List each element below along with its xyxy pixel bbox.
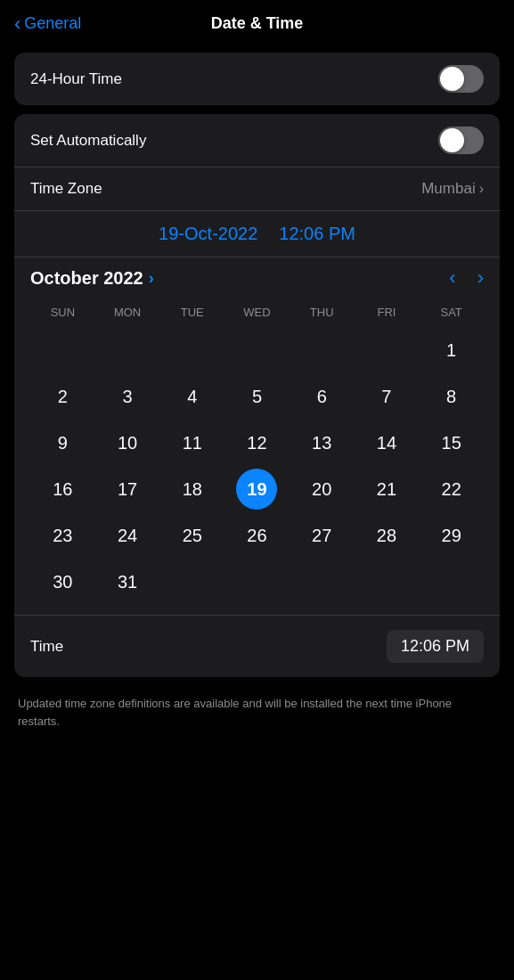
weekday-label: FRI [355,302,420,323]
calendar-day[interactable]: 21 [366,469,407,510]
calendar-day[interactable]: 3 [107,376,148,417]
time-row: Time 12:06 PM [14,615,500,677]
weekday-label: SAT [419,302,484,323]
calendar-day[interactable]: 2 [42,376,83,417]
weekday-label: SUN [30,302,95,323]
calendar-weekdays: SUNMONTUEWEDTHUFRISAT [30,302,484,323]
calendar-day[interactable]: 29 [431,515,472,556]
month-title-text: October 2022 [30,268,143,289]
calendar-day[interactable]: 5 [236,376,277,417]
calendar-day[interactable]: 19 [236,469,277,510]
back-button[interactable]: ‹ General [14,12,81,36]
weekday-label: MON [95,302,160,323]
back-label: General [24,14,81,33]
month-title[interactable]: October 2022 › [30,268,154,289]
calendar-section: October 2022 › ‹ › SUNMONTUEWEDTHUFRISAT… [14,257,500,608]
date-value[interactable]: 19-Oct-2022 [159,224,257,244]
row-24hour-time: 24-Hour Time [14,53,500,105]
time-pill-value: 12:06 PM [401,637,469,655]
toggle-set-auto[interactable] [438,127,484,154]
timezone-chevron-icon: › [479,181,484,197]
calendar-day[interactable]: 14 [366,422,407,463]
weekday-label: WED [224,302,290,323]
calendar-day[interactable]: 26 [236,515,277,556]
header: ‹ General Date & Time [0,0,514,44]
month-dropdown-icon: › [149,269,154,288]
calendar-day[interactable]: 17 [107,469,148,510]
time-picker[interactable]: 12:06 PM [387,630,484,663]
calendar-day[interactable]: 28 [366,515,407,556]
calendar-day[interactable]: 20 [301,469,342,510]
calendar-day[interactable]: 7 [366,376,407,417]
calendar-day[interactable]: 1 [431,330,472,371]
calendar-day[interactable]: 24 [107,515,148,556]
calendar-grid: SUNMONTUEWEDTHUFRISAT 123456789101112131… [30,302,484,604]
calendar-day[interactable]: 30 [42,561,83,602]
calendar-day[interactable]: 23 [42,515,83,556]
time-value[interactable]: 12:06 PM [279,224,355,244]
calendar-empty-cell [236,330,277,371]
toggle-24hour-time[interactable] [438,65,484,93]
calendar-day[interactable]: 22 [431,469,472,510]
label-timezone: Time Zone [30,180,102,198]
toggle-knob-24hour [440,67,464,91]
datetime-row: 19-Oct-2022 12:06 PM [14,211,500,257]
toggle-knob-auto [440,128,464,152]
calendar-empty-cell [366,330,407,371]
footer-note: Updated time zone definitions are availa… [0,686,514,747]
calendar-day[interactable]: 18 [172,469,213,510]
calendar-day[interactable]: 31 [107,561,148,602]
time-section-label: Time [30,638,63,656]
label-24hour-time: 24-Hour Time [30,70,122,88]
timezone-value-container: Mumbai › [421,180,484,198]
calendar-day[interactable]: 16 [42,469,83,510]
calendar-days: 1234567891011121314151617181920212223242… [30,328,484,604]
calendar-prev-button[interactable]: ‹ [449,266,455,290]
calendar-day[interactable]: 4 [172,376,213,417]
calendar-empty-cell [107,330,148,371]
calendar-empty-cell [42,330,83,371]
calendar-day[interactable]: 25 [172,515,213,556]
timezone-value: Mumbai [421,180,475,198]
calendar-empty-cell [301,330,342,371]
calendar-next-button[interactable]: › [477,266,484,290]
calendar-day[interactable]: 8 [431,376,472,417]
calendar-empty-cell [172,330,213,371]
calendar-header: October 2022 › ‹ › [30,266,484,290]
calendar-day[interactable]: 27 [301,515,342,556]
row-timezone[interactable]: Time Zone Mumbai › [14,167,500,211]
footer-note-text: Updated time zone definitions are availa… [18,697,452,728]
calendar-nav-buttons: ‹ › [449,266,484,290]
calendar-day[interactable]: 10 [107,422,148,463]
back-chevron-icon: ‹ [14,12,20,36]
calendar-day[interactable]: 6 [301,376,342,417]
label-set-automatically: Set Automatically [30,132,146,150]
card-24hour-time: 24-Hour Time [14,53,500,105]
calendar-day[interactable]: 11 [172,422,213,463]
calendar-day[interactable]: 15 [431,422,472,463]
page-title: Date & Time [211,14,304,33]
row-set-automatically: Set Automatically [14,114,500,167]
weekday-label: THU [290,302,355,323]
weekday-label: TUE [159,302,224,323]
card-date-time: Set Automatically Time Zone Mumbai › 19-… [14,114,500,677]
calendar-day[interactable]: 12 [236,422,277,463]
calendar-day[interactable]: 9 [42,422,83,463]
calendar-day[interactable]: 13 [301,422,342,463]
